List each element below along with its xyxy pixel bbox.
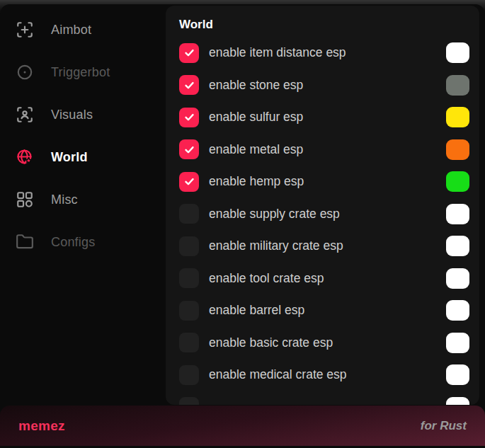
color-swatch[interactable] — [446, 171, 469, 192]
setting-row — [179, 391, 479, 406]
checkbox[interactable] — [179, 365, 199, 385]
footer: memez for Rust — [0, 406, 485, 446]
setting-row: enable metal esp — [179, 134, 479, 166]
checkbox[interactable] — [179, 204, 199, 224]
setting-row: enable item distance esp — [179, 37, 479, 69]
color-swatch[interactable] — [446, 204, 469, 224]
color-swatch[interactable] — [446, 300, 469, 321]
color-swatch[interactable] — [446, 268, 469, 289]
check-icon — [183, 111, 195, 123]
checkbox[interactable] — [179, 75, 199, 95]
folder-icon — [16, 233, 34, 251]
grid-icon — [16, 190, 34, 209]
sidebar-item-aimbot[interactable]: Aimbot — [0, 8, 166, 51]
sidebar-item-world[interactable]: World — [0, 136, 166, 178]
checkbox[interactable] — [179, 333, 199, 352]
setting-row: enable stone esp — [179, 69, 479, 102]
setting-row: enable barrel esp — [179, 294, 479, 327]
scan-person-icon — [16, 105, 34, 124]
setting-row: enable supply crate esp — [179, 198, 479, 231]
check-icon — [183, 79, 195, 91]
setting-row: enable basic crate esp — [179, 327, 479, 360]
crosshair-plus-icon — [16, 21, 34, 39]
sidebar-nav: Aimbot Triggerbot Visuals World Misc Con… — [0, 8, 166, 263]
checkbox[interactable] — [179, 301, 199, 321]
checkbox[interactable] — [179, 43, 199, 63]
checkbox[interactable] — [179, 108, 199, 127]
sidebar-item-configs[interactable]: Configs — [0, 221, 166, 263]
checkbox[interactable] — [179, 268, 199, 288]
check-icon — [183, 47, 195, 59]
sidebar-item-triggerbot[interactable]: Triggerbot — [0, 51, 166, 93]
color-swatch[interactable] — [446, 397, 469, 405]
color-swatch[interactable] — [446, 139, 469, 160]
setting-row: enable military crate esp — [179, 230, 479, 263]
setting-row: enable sulfur esp — [179, 101, 479, 134]
globe-star-icon — [16, 148, 34, 166]
check-icon — [183, 144, 195, 156]
setting-row: enable medical crate esp — [179, 359, 479, 391]
check-icon — [183, 176, 195, 188]
checkbox[interactable] — [179, 139, 199, 159]
color-swatch[interactable] — [446, 75, 469, 96]
color-swatch[interactable] — [446, 42, 469, 63]
color-swatch[interactable] — [446, 333, 469, 353]
brand-label: memez — [18, 418, 65, 434]
color-swatch[interactable] — [446, 236, 469, 256]
sidebar-item-misc[interactable]: Misc — [0, 178, 166, 221]
setting-row: enable hemp esp — [179, 166, 479, 198]
checkbox[interactable] — [179, 236, 199, 256]
color-swatch[interactable] — [446, 364, 469, 385]
checkbox[interactable] — [179, 172, 199, 192]
settings-list: enable item distance esp enable stone es… — [179, 37, 479, 405]
tagline-label: for Rust — [421, 419, 467, 433]
color-swatch[interactable] — [446, 107, 469, 127]
panel-title: World — [179, 17, 479, 33]
checkbox[interactable] — [179, 397, 199, 405]
sidebar: Aimbot Triggerbot Visuals World Misc Con… — [0, 4, 166, 404]
world-panel: World enable item distance esp enable st… — [166, 6, 479, 405]
app-window: Aimbot Triggerbot Visuals World Misc Con… — [0, 4, 485, 448]
circle-dot-icon — [16, 63, 34, 81]
sidebar-item-visuals[interactable]: Visuals — [0, 93, 166, 136]
setting-row: enable tool crate esp — [179, 263, 479, 295]
